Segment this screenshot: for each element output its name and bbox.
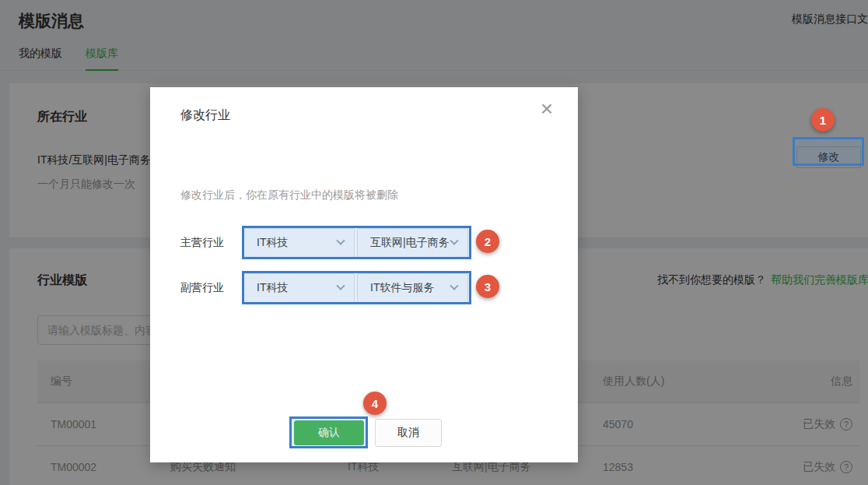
cancel-button[interactable]: 取消 bbox=[375, 419, 442, 447]
secondary-category-value: IT科技 bbox=[257, 281, 288, 295]
primary-category-select[interactable]: IT科技 bbox=[243, 228, 355, 258]
secondary-industry-row: 副营行业 IT科技 IT软件与服务 bbox=[180, 272, 468, 304]
modify-industry-dialog: 修改行业 × 修改行业后，你在原有行业中的模版将被删除 主营行业 IT科技 互联… bbox=[150, 87, 578, 462]
primary-category-value: IT科技 bbox=[257, 236, 288, 250]
secondary-subcategory-value: IT软件与服务 bbox=[370, 281, 434, 295]
dialog-title: 修改行业 bbox=[180, 107, 230, 124]
chevron-down-icon bbox=[336, 237, 345, 245]
primary-subcategory-value: 互联网|电子商务 bbox=[370, 236, 450, 250]
secondary-category-select[interactable]: IT科技 bbox=[243, 273, 355, 303]
chevron-down-icon bbox=[450, 237, 458, 245]
chevron-down-icon bbox=[450, 282, 458, 290]
page: 模版消息 模版消息接口文档 我的模版 模版库 所在行业 IT科技/互联网|电子商… bbox=[0, 0, 868, 485]
primary-industry-row: 主营行业 IT科技 互联网|电子商务 bbox=[180, 227, 468, 258]
primary-industry-label: 主营行业 bbox=[180, 236, 243, 250]
secondary-industry-label: 副营行业 bbox=[180, 281, 243, 295]
dialog-warning-text: 修改行业后，你在原有行业中的模版将被删除 bbox=[180, 188, 398, 202]
secondary-industry-selects: IT科技 IT软件与服务 bbox=[243, 273, 468, 303]
primary-subcategory-select[interactable]: 互联网|电子商务 bbox=[357, 228, 468, 258]
secondary-subcategory-select[interactable]: IT软件与服务 bbox=[357, 273, 468, 303]
confirm-button[interactable]: 确认 bbox=[294, 420, 364, 445]
primary-industry-selects: IT科技 互联网|电子商务 bbox=[243, 228, 468, 258]
chevron-down-icon bbox=[336, 282, 345, 290]
close-icon[interactable]: × bbox=[541, 98, 553, 120]
